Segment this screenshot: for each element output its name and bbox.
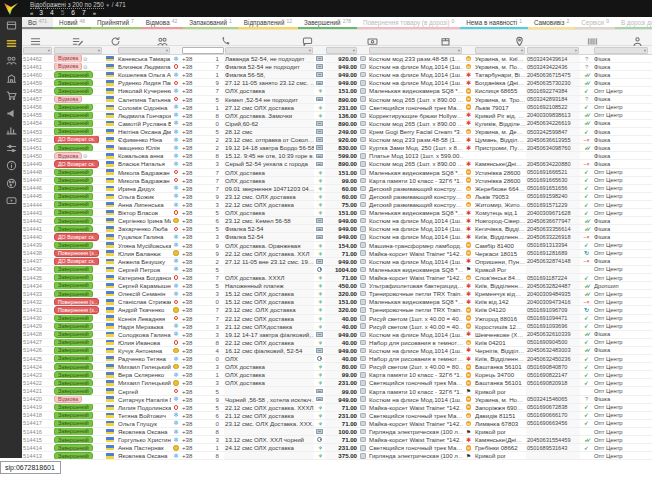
- client-name[interactable]: Іващенко Юлія: [117, 144, 171, 151]
- client-phone[interactable]: +38: [181, 331, 202, 338]
- tracking-number[interactable]: 0503243422436: [526, 63, 580, 70]
- tracking-number[interactable]: 20400309473416: [526, 298, 580, 305]
- product-name[interactable]: Крем Gogi Berry Facial Cream *3…: [368, 128, 463, 135]
- table-row[interactable]: 514413 Завершений ⊙ Яковлева Оксана ❄ +3…: [22, 452, 652, 460]
- table-row[interactable]: 514416 Завершений ⊙ Яковлева Оксана ❄ +3…: [22, 428, 652, 436]
- product-name[interactable]: Костюм на флисе Мод.1014 (1ш…: [368, 217, 463, 224]
- table-row[interactable]: 514419 Завершений ⊙ Лилия Подолинская ❄ …: [22, 404, 652, 412]
- product-name[interactable]: Машина-трансформер ламборд…: [368, 242, 463, 249]
- product-name[interactable]: Набор для рисования в темнот…: [368, 355, 463, 362]
- tracking-number[interactable]: 0501690666170: [526, 412, 580, 419]
- client-name[interactable]: Уляна Мусійовська: [117, 242, 171, 249]
- table-row[interactable]: 514436 Завершений ⊙ Сергей Петров ❄ +38 …: [22, 266, 652, 274]
- last-page-button[interactable]: »: [93, 10, 95, 16]
- client-phone[interactable]: +38: [181, 339, 202, 346]
- client-name[interactable]: Анна Липенська: [117, 201, 171, 208]
- client-phone[interactable]: +38: [181, 128, 202, 135]
- tab-Завершений[interactable]: Завершений 278: [298, 17, 357, 29]
- tracking-number[interactable]: 0501690820918: [526, 379, 580, 386]
- table-row[interactable]: 514414 Завершений ⊙ Анна Пастернак ❄ +38…: [22, 444, 652, 452]
- product-name[interactable]: Маленькая видеокамера SQ8 *…: [368, 298, 463, 305]
- sidebar-item-settings[interactable]: [0, 140, 22, 158]
- client-phone[interactable]: +38: [181, 201, 202, 208]
- client-name[interactable]: Николай Кучеренко: [117, 87, 171, 94]
- client-phone[interactable]: +38: [181, 347, 202, 354]
- product-name[interactable]: Маленькая видеокамера SQ8 *…: [368, 266, 463, 273]
- client-name[interactable]: Людмила Гончарова: [117, 112, 171, 119]
- product-name[interactable]: Светящийся гоночный трек Ма…: [368, 412, 463, 419]
- product-name[interactable]: Костюм на флисе Мод.1014 (1ш…: [368, 347, 463, 354]
- client-name[interactable]: Захарченко Люба: [117, 225, 171, 232]
- tracking-number[interactable]: 20400309671628: [526, 209, 580, 216]
- product-name[interactable]: Костюм на флисе Мод.1014 (1ш…: [368, 225, 463, 232]
- client-phone[interactable]: +38: [181, 136, 202, 143]
- page-button[interactable]: 6: [71, 9, 75, 16]
- sidebar-item-theme[interactable]: [0, 175, 22, 193]
- product-name[interactable]: Детский развивающий констру…: [368, 201, 463, 208]
- client-phone[interactable]: +38: [181, 404, 202, 411]
- client-name[interactable]: Яковлева Оксана: [117, 452, 171, 459]
- client-name[interactable]: Каневська Тамара ..: [117, 55, 171, 62]
- table-row[interactable]: 514426 Завершений ⊙ Кучук Антонина ❄ +38…: [22, 347, 652, 355]
- client-name[interactable]: Сергей: [117, 387, 171, 394]
- tracking-number[interactable]: 0501691665630: [526, 177, 580, 184]
- client-phone[interactable]: +38: [181, 96, 202, 103]
- records-range[interactable]: Відображені з 200 по 250 ▼ / 471: [30, 1, 126, 8]
- client-name[interactable]: Ольга Божик: [117, 193, 171, 200]
- client-phone[interactable]: +38: [181, 355, 202, 362]
- product-name[interactable]: Светящийся гоночный трек Ма…: [368, 444, 463, 451]
- client-phone[interactable]: +38: [181, 282, 202, 289]
- product-name[interactable]: Костюм на флисе Мод.1014 (1ш…: [368, 79, 463, 86]
- product-name[interactable]: Рисуй светом (1шт. х 40.00 = 40…: [368, 323, 463, 330]
- tracking-number[interactable]: 20400309838613: [526, 112, 580, 119]
- client-phone[interactable]: +38: [181, 225, 202, 232]
- tab-Відправлений[interactable]: Відправлений 12: [238, 17, 298, 29]
- client-name[interactable]: Анжела Безушку: [117, 258, 171, 265]
- client-name[interactable]: Сергей Карамышев: [117, 282, 171, 289]
- client-phone[interactable]: +38: [181, 266, 202, 273]
- table-row[interactable]: 514449 ДО Возврат ск. ⊙ Власюк Наталья ❄…: [22, 160, 652, 168]
- tracking-number[interactable]: [526, 452, 580, 459]
- product-name[interactable]: Костюм мод 265 (1шт. х 890.00 …: [368, 120, 463, 127]
- table-row[interactable]: 514430 Завершений ⊙ Ксенія Левадняя ❄ +3…: [22, 315, 652, 323]
- column-filter-dropdown[interactable]: [475, 47, 525, 54]
- table-row[interactable]: 514423 Завершений ⊙ Вера Скляренко ❄ +38…: [22, 371, 652, 379]
- table-row[interactable]: 514461 Відмова ⊙ Близнюк Людмила .. ❄ +3…: [22, 63, 652, 71]
- tracking-number[interactable]: [526, 387, 580, 394]
- client-name[interactable]: Надія Мерзаєва: [117, 323, 171, 330]
- client-name[interactable]: Станіслав Стрижак: [117, 298, 171, 305]
- product-name[interactable]: Майка-корсет Waist Trainer *142…: [368, 404, 463, 411]
- tracking-number[interactable]: 0501689531643: [526, 444, 580, 451]
- sidebar-item-orders[interactable]: [0, 35, 22, 53]
- table-row[interactable]: 514435 Завершений ⊙ Катерина Богданова ❄…: [22, 274, 652, 282]
- client-name[interactable]: Руденко Лидия Пав..: [117, 79, 171, 86]
- column-filter-dropdown[interactable]: [527, 47, 579, 54]
- product-name[interactable]: Гирлянда электрическая (100 л…: [368, 452, 463, 459]
- tracking-number[interactable]: 20400309484935: [526, 290, 580, 297]
- column-filter-dropdown[interactable]: [225, 47, 313, 54]
- table-row[interactable]: 514457 Відмова ⊙ Салепина Татьяна С.. ❄ …: [22, 96, 652, 104]
- client-name[interactable]: Юлия Баланюк: [117, 250, 171, 257]
- tracking-number[interactable]: 0501691281689: [526, 250, 580, 257]
- client-phone[interactable]: +38: [181, 193, 202, 200]
- tracking-number[interactable]: 20450633356614: [526, 225, 580, 232]
- product-name[interactable]: Светящийся гоночный трек Ма…: [368, 104, 463, 111]
- page-button[interactable]: 3: [39, 9, 43, 16]
- client-name[interactable]: Гуцалюк Галина: [117, 233, 171, 240]
- table-row[interactable]: 514433 Завершений ⊙ Олексій Семанін ❄ +3…: [22, 290, 652, 298]
- tracking-number[interactable]: 0501690822147: [526, 371, 580, 378]
- client-name[interactable]: Віктор Власов: [117, 209, 171, 216]
- column-filter-dropdown[interactable]: [23, 47, 52, 54]
- table-row[interactable]: 514452 ДО Возврат ск. ⊙ Єфименко Ніна ❄ …: [22, 136, 652, 144]
- client-phone[interactable]: +38: [181, 233, 202, 240]
- client-name[interactable]: Микола Бадражан: [117, 177, 171, 184]
- table-row[interactable]: 514458 Завершений ⊙ Николай Кучеренко ❄ …: [22, 87, 652, 95]
- client-phone[interactable]: +38: [181, 258, 202, 265]
- product-name[interactable]: Костюм на флисе Мод.1014 (1ш…: [368, 63, 463, 70]
- client-phone[interactable]: +38: [181, 315, 202, 322]
- product-name[interactable]: Костюм на флисе Мод.1014 (1ш…: [368, 396, 463, 403]
- client-name[interactable]: Сергіенко Ірина Ми..: [117, 217, 171, 224]
- tracking-number[interactable]: [526, 266, 580, 273]
- tracking-number[interactable]: 0503243439614: [526, 55, 580, 62]
- client-name[interactable]: Солодкова Галина В..: [117, 331, 171, 338]
